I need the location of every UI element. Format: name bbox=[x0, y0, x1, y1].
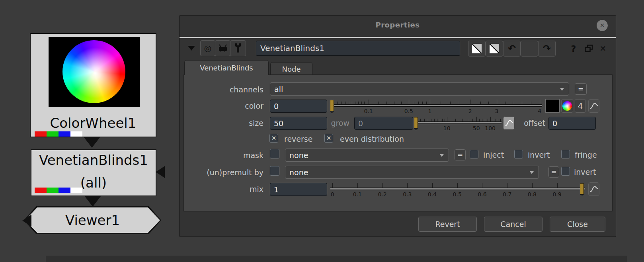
channel-chip bbox=[70, 188, 82, 193]
mask-input-arrow[interactable] bbox=[156, 166, 165, 178]
grow-label: grow bbox=[310, 119, 349, 127]
tab-label: VenetianBlinds bbox=[200, 64, 253, 72]
even-distribution-label: even distribution bbox=[340, 135, 404, 143]
revert-button[interactable]: Revert bbox=[418, 217, 477, 232]
close-icon: ✕ bbox=[600, 22, 605, 29]
premult-invert-checkbox[interactable] bbox=[561, 167, 570, 176]
slider-tick bbox=[432, 183, 433, 188]
fringe-checkbox[interactable] bbox=[561, 150, 570, 158]
channels-dropdown[interactable]: all bbox=[270, 82, 569, 96]
grow-input[interactable] bbox=[354, 117, 413, 130]
redo-button[interactable]: ↷ bbox=[538, 41, 556, 57]
mask-equals-button[interactable]: = bbox=[455, 149, 466, 160]
slider-tick bbox=[418, 102, 419, 104]
inject-checkbox[interactable] bbox=[470, 150, 478, 158]
mix-input[interactable] bbox=[270, 183, 327, 196]
window-close-button[interactable]: ✕ bbox=[597, 20, 608, 31]
slider-tick bbox=[468, 119, 468, 121]
slider-tick-label: 1 bbox=[428, 108, 432, 114]
diagonal-swatch-icon bbox=[490, 44, 499, 53]
node-label: Viewer1 bbox=[25, 207, 160, 233]
channel-strip bbox=[35, 188, 82, 193]
slider-tick bbox=[352, 102, 352, 104]
slider-tick bbox=[345, 102, 345, 104]
cancel-button[interactable]: Cancel bbox=[484, 217, 543, 232]
float-panel-button[interactable] bbox=[585, 45, 594, 53]
chevron-down-icon bbox=[530, 171, 534, 174]
slider-tick bbox=[426, 102, 427, 104]
node-label: VenetianBlinds1 bbox=[31, 152, 156, 168]
premult-checkbox[interactable] bbox=[270, 166, 279, 176]
slider-tick bbox=[355, 102, 355, 104]
slider-tick bbox=[490, 117, 491, 121]
slider-handle[interactable] bbox=[580, 183, 584, 195]
monitor-output-button[interactable] bbox=[215, 40, 230, 56]
slider-handle[interactable] bbox=[330, 100, 334, 111]
slider-tick bbox=[557, 183, 558, 188]
node-viewer[interactable]: Viewer1 bbox=[24, 206, 161, 234]
slider-tick bbox=[488, 119, 488, 121]
node-menu-button[interactable] bbox=[183, 40, 199, 56]
slider-handle[interactable] bbox=[414, 117, 418, 129]
color-swatch[interactable] bbox=[545, 99, 560, 113]
slider-tick bbox=[407, 183, 408, 188]
spacer-button[interactable] bbox=[521, 41, 538, 57]
slider-tick bbox=[442, 119, 443, 121]
center-node-button[interactable]: ◎ bbox=[200, 40, 215, 56]
premult-equals-button[interactable]: = bbox=[548, 166, 559, 178]
offset-input[interactable] bbox=[548, 117, 596, 130]
reverse-checkbox[interactable]: ✕ bbox=[269, 134, 278, 143]
slider-tick bbox=[386, 102, 387, 104]
color-slider[interactable]: 00.10.51234 bbox=[330, 97, 542, 115]
channels-equals-button[interactable]: = bbox=[575, 83, 587, 95]
undo-button[interactable]: ↶ bbox=[503, 41, 521, 57]
help-button[interactable]: ? bbox=[568, 42, 580, 55]
node-venetianblinds[interactable]: VenetianBlinds1 (all) bbox=[31, 149, 156, 196]
mix-slider[interactable]: 00.10.20.30.40.50.60.70.80.91 bbox=[330, 180, 585, 198]
grow-slider[interactable]: 01050100 bbox=[415, 114, 502, 132]
channel-chip bbox=[59, 131, 70, 137]
close-panel-button[interactable]: ✕ bbox=[597, 42, 609, 55]
question-icon: ? bbox=[571, 44, 576, 54]
undo-icon: ↶ bbox=[508, 44, 516, 53]
slider-track[interactable] bbox=[415, 121, 502, 124]
slider-tick-label: 0.9 bbox=[552, 191, 561, 197]
slider-tick bbox=[476, 117, 477, 121]
mix-animation-button[interactable] bbox=[588, 182, 599, 196]
channel-chip bbox=[35, 131, 47, 137]
channels-a-button[interactable] bbox=[468, 41, 486, 57]
invert-mask-checkbox[interactable] bbox=[514, 150, 523, 158]
slider-tick-label: 0.1 bbox=[364, 108, 373, 114]
inject-label: inject bbox=[483, 151, 504, 159]
tab-venetianblinds[interactable]: VenetianBlinds bbox=[184, 60, 269, 75]
slider-tick-label: 0.5 bbox=[453, 191, 462, 197]
close-button[interactable]: Close bbox=[550, 217, 605, 232]
color-wheel-button[interactable] bbox=[561, 99, 573, 113]
node-colorwheel[interactable]: ColorWheel1 bbox=[30, 33, 156, 137]
mask-label: mask bbox=[184, 151, 263, 160]
tab-node[interactable]: Node bbox=[270, 62, 312, 75]
slider-tick bbox=[428, 119, 428, 121]
slider-track[interactable] bbox=[330, 188, 585, 190]
mask-checkbox[interactable] bbox=[270, 149, 279, 158]
channels-b-button[interactable] bbox=[486, 41, 503, 57]
viewer-input-arrow[interactable] bbox=[22, 215, 31, 227]
slider-tick bbox=[437, 119, 437, 121]
connector-arrow-down bbox=[84, 137, 100, 148]
color-input[interactable] bbox=[270, 100, 327, 113]
slider-tick bbox=[420, 119, 421, 121]
color-label: color bbox=[184, 102, 263, 110]
even-distribution-checkbox[interactable]: ✕ bbox=[324, 134, 333, 143]
tv-icon bbox=[218, 44, 228, 53]
grow-animation-button[interactable] bbox=[503, 116, 515, 130]
node-name-input[interactable] bbox=[256, 41, 460, 56]
color-animation-button[interactable] bbox=[588, 99, 599, 113]
color-sample-count-button[interactable]: 4 bbox=[575, 99, 586, 113]
slider-tick bbox=[424, 119, 425, 121]
mask-dropdown[interactable]: none bbox=[285, 149, 449, 162]
slider-tick bbox=[485, 119, 485, 121]
slider-track[interactable] bbox=[330, 104, 542, 107]
premult-dropdown[interactable]: none bbox=[285, 166, 539, 179]
slider-tick bbox=[531, 102, 531, 104]
settings-wrench-button[interactable] bbox=[230, 40, 246, 56]
